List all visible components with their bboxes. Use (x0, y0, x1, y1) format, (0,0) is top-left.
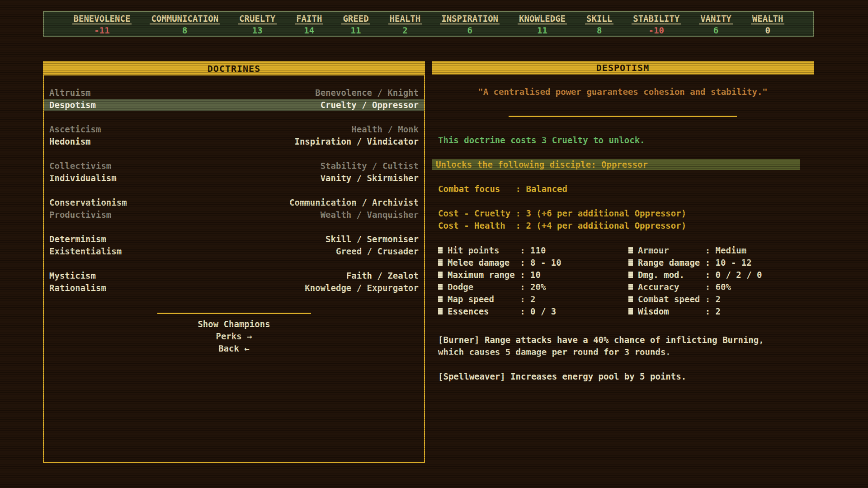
doctrine-name: Individualism (49, 172, 117, 184)
doctrines-panel-header: DOCTRINES (44, 62, 424, 75)
bullet-square-icon (438, 272, 443, 278)
doctrine-assoc: Wealth / Vanquisher (321, 209, 419, 221)
stat-value: 6 (440, 26, 500, 35)
doctrine-assoc: Communication / Archivist (289, 197, 419, 209)
disciple-stat-text: Hit points : 110 (448, 245, 546, 255)
bullet-square-icon (628, 308, 633, 314)
doctrine-assoc: Skill / Sermoniser (326, 233, 419, 245)
stat-cruelty: CRUELTY13 (238, 14, 277, 35)
stat-label: SKILL (585, 14, 613, 24)
cost-block: Cost - Cruelty : 3 (+6 per additional Op… (432, 207, 814, 232)
doctrine-name: Productivism (49, 209, 111, 221)
bullet-square-icon (628, 247, 633, 253)
bullet-square-icon (438, 259, 443, 266)
doctrine-assoc: Health / Monk (351, 123, 419, 136)
bullet-square-icon (438, 308, 443, 314)
disciple-stat-row: Essences : 0 / 3 (438, 305, 628, 317)
stat-value: -10 (632, 26, 681, 35)
perk-description: [Spellweaver] Increases energy pool by 5… (432, 371, 789, 383)
doctrine-row-altruism[interactable]: AltruismBenevolence / Knight (44, 87, 424, 99)
cost-line: Cost - Cruelty : 3 (+6 per additional Op… (432, 207, 814, 220)
combat-focus-line: Combat focus : Balanced (432, 183, 814, 195)
doctrine-spacer (44, 111, 424, 123)
unlock-disciple-banner: Unlocks the following disciple: Oppresso… (432, 159, 800, 170)
disciple-stat-text: Map speed : 2 (448, 294, 535, 304)
doctrine-row-productivism[interactable]: ProductivismWealth / Vanquisher (44, 209, 424, 221)
disciple-stats-grid: Hit points : 110Armour : MediumMelee dam… (432, 244, 814, 317)
stat-stability: STABILITY-10 (632, 14, 681, 35)
show-champions-button[interactable]: Show Champions (44, 318, 424, 330)
disciple-stat-row: Maximum range : 10 (438, 268, 628, 281)
stat-label: GREED (341, 14, 370, 24)
stat-value: 11 (341, 26, 370, 35)
stat-value: 6 (699, 26, 733, 35)
stat-label: CRUELTY (238, 14, 277, 24)
unlock-cost-text: This doctrine costs 3 Cruelty to unlock. (432, 134, 814, 146)
bullet-square-icon (628, 296, 633, 302)
doctrine-spacer (44, 184, 424, 197)
doctrine-row-mysticism[interactable]: MysticismFaith / Zealot (44, 270, 424, 282)
doctrine-row-hedonism[interactable]: HedonismInspiration / Vindicator (44, 136, 424, 148)
stat-value: 11 (518, 26, 567, 35)
doctrine-name: Asceticism (49, 123, 101, 136)
disciple-stat-row: Melee damage : 8 - 10 (438, 256, 628, 268)
stat-greed: GREED11 (341, 14, 370, 35)
doctrine-spacer (44, 221, 424, 233)
doctrine-row-asceticism[interactable]: AsceticismHealth / Monk (44, 123, 424, 136)
disciple-stat-row: Range damage : 10 - 12 (628, 256, 814, 268)
stat-label: BENEVOLENCE (72, 14, 132, 24)
doctrine-row-individualism[interactable]: IndividualismVanity / Skirmisher (44, 172, 424, 184)
doctrine-row-despotism[interactable]: DespotismCruelty / Oppressor (44, 99, 424, 111)
doctrine-row-rationalism[interactable]: RationalismKnowledge / Expurgator (44, 282, 424, 294)
disciple-stat-text: Maximum range : 10 (448, 270, 541, 280)
doctrine-assoc: Faith / Zealot (346, 270, 419, 282)
disciple-stat-row: Armour : Medium (628, 244, 814, 256)
disciple-stat-text: Accuracy : 60% (638, 282, 731, 292)
disciple-stat-text: Melee damage : 8 - 10 (448, 258, 561, 267)
stat-value: -11 (72, 26, 132, 35)
stat-benevolence: BENEVOLENCE-11 (72, 14, 132, 35)
doctrine-row-existentialism[interactable]: ExistentialismGreed / Crusader (44, 245, 424, 258)
stat-label: VANITY (699, 14, 733, 24)
doctrine-row-conservationism[interactable]: ConservationismCommunication / Archivist (44, 197, 424, 209)
stat-bar: BENEVOLENCE-11COMMUNICATION8CRUELTY13FAI… (43, 11, 814, 37)
doctrine-name: Mysticism (49, 270, 96, 282)
perk-list: [Burner] Range attacks have a 40% chance… (432, 334, 814, 383)
disciple-stat-row: Combat speed : 2 (628, 293, 814, 305)
stat-label: INSPIRATION (440, 14, 500, 24)
stat-value: 14 (295, 26, 323, 35)
doctrine-assoc: Stability / Cultist (321, 160, 419, 172)
stat-label: WEALTH (751, 14, 785, 24)
stat-label: KNOWLEDGE (518, 14, 567, 24)
stat-label: STABILITY (632, 14, 681, 24)
doctrine-name: Existentialism (49, 245, 122, 258)
doctrine-spacer (44, 258, 424, 270)
stat-communication: COMMUNICATION8 (150, 14, 220, 35)
doctrine-row-determinism[interactable]: DeterminismSkill / Sermoniser (44, 233, 424, 245)
doctrine-name: Conservationism (49, 197, 127, 209)
disciple-stat-text: Range damage : 10 - 12 (638, 258, 752, 267)
quote-divider (509, 116, 737, 117)
doctrine-detail-header: DESPOTISM (432, 61, 814, 75)
bullet-square-icon (628, 259, 633, 266)
doctrine-name: Hedonism (49, 136, 91, 148)
stat-label: FAITH (295, 14, 323, 24)
perk-description: [Burner] Range attacks have a 40% chance… (432, 334, 789, 358)
stat-value: 13 (238, 26, 277, 35)
bullet-square-icon (628, 272, 633, 278)
back-button[interactable]: Back ← (44, 343, 424, 355)
doctrine-name: Collectivism (49, 160, 111, 172)
stat-wealth: WEALTH0 (751, 14, 785, 35)
doctrine-footer-divider (157, 313, 311, 314)
doctrines-title: DOCTRINES (208, 63, 260, 74)
stat-value: 0 (751, 26, 785, 35)
doctrine-row-collectivism[interactable]: CollectivismStability / Cultist (44, 160, 424, 172)
disciple-stat-row: Map speed : 2 (438, 293, 628, 305)
bullet-square-icon (628, 284, 633, 290)
disciple-stat-row: Dodge : 20% (438, 281, 628, 293)
disciple-stat-row: Wisdom : 2 (628, 305, 814, 317)
disciple-stat-row: Accuracy : 60% (628, 281, 814, 293)
cost-line: Cost - Health : 2 (+4 per additional Opp… (432, 220, 814, 232)
perks-button[interactable]: Perks → (44, 330, 424, 343)
stat-label: HEALTH (388, 14, 422, 24)
